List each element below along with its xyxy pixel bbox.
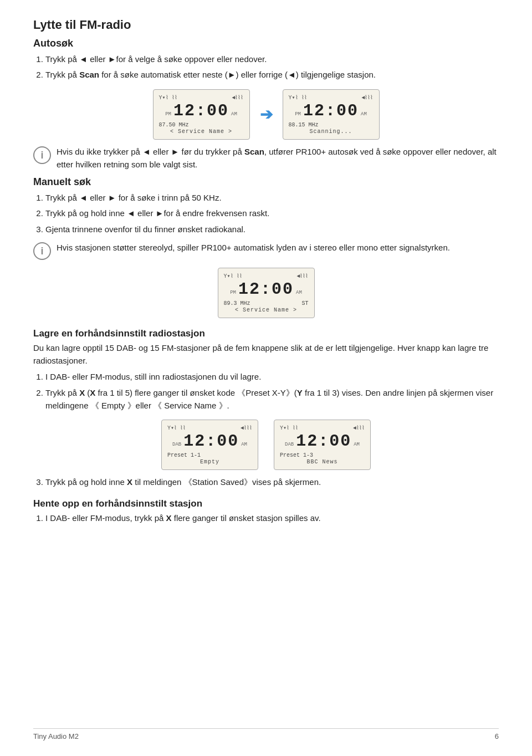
display4-line1-row: Preset 1-1	[167, 452, 252, 458]
autosok-step-2: Trykk på Scan for å søke automatisk ette…	[45, 68, 499, 81]
display5-mode: DAB	[285, 442, 294, 447]
manuelt-step-1: Trykk på ◄ eller ► for å søke i trinn på…	[45, 191, 499, 204]
lagre-step-2: Trykk på X (X fra 1 til 5) flere ganger …	[45, 386, 499, 412]
footer-brand: Tiny Audio M2	[33, 732, 79, 740]
display-row-1: Y▾⌇ ⌇⌇ ◄⌇⌇⌇ PM 12:00 AM 87.50 MHz < Serv…	[33, 89, 499, 140]
display4-top-left: Y▾⌇ ⌇⌇	[167, 425, 186, 431]
hente-heading: Hente opp en forhåndsinnstilt stasjon	[33, 498, 499, 509]
lagre-steps: I DAB- eller FM-modus, still inn radiost…	[45, 370, 499, 412]
radio-display-3: Y▾⌇ ⌇⌇ ◄⌇⌇⌇ PM 12:00 AM 89.3 MHz ST < Se…	[218, 268, 315, 318]
svg-text:i: i	[40, 246, 43, 257]
autosok-step-1: Trykk på ◄ eller ►for å velge å søke opp…	[45, 53, 499, 65]
page-footer: Tiny Audio M2 6	[33, 728, 499, 740]
autosok-section: Autosøk Trykk på ◄ eller ►for å velge å …	[33, 38, 499, 171]
display5-clock: 12:00	[296, 432, 351, 451]
lagre-steps-cont: Trykk på og hold inne X til meldingen 《S…	[45, 476, 499, 488]
display3-mode: PM	[230, 290, 236, 295]
radio-display-1: Y▾⌇ ⌇⌇ ◄⌇⌇⌇ PM 12:00 AM 87.50 MHz < Serv…	[153, 89, 250, 140]
display3-clock: 12:00	[238, 280, 294, 299]
hente-steps: I DAB- eller FM-modus, trykk på X flere …	[45, 512, 499, 524]
manuelt-sok-section: Manuelt søk Trykk på ◄ eller ► for å søk…	[33, 176, 499, 318]
display1-freq: 87.50 MHz	[159, 122, 189, 128]
hente-section: Hente opp en forhåndsinnstilt stasjon I …	[33, 498, 499, 524]
display2-top-left: Y▾⌇ ⌇⌇	[289, 94, 307, 101]
display3-top-right: ◄⌇⌇⌇	[296, 273, 308, 279]
display5-line1-row: Preset 1-3	[280, 452, 365, 458]
display1-freq-row: 87.50 MHz	[159, 122, 244, 128]
manuelt-sok-steps: Trykk på ◄ eller ► for å søke i trinn på…	[45, 191, 499, 236]
display2-top-right: ◄⌇⌇⌇	[361, 94, 373, 101]
display5-top-right: ◄⌇⌇⌇	[353, 425, 365, 431]
lagre-section: Lagre en forhåndsinnstilt radiostasjon D…	[33, 328, 499, 489]
page-content: Lytte til FM-radio Autosøk Trykk på ◄ el…	[33, 18, 499, 525]
lagre-step-1: I DAB- eller FM-modus, still inn radiost…	[45, 370, 499, 383]
display5-line2: BBC News	[280, 459, 365, 465]
radio-display-5: Y▾⌇ ⌇⌇ ◄⌇⌇⌇ DAB 12:00 AM Preset 1-3 BBC …	[274, 420, 371, 470]
display-row-3: Y▾⌇ ⌇⌇ ◄⌇⌇⌇ PM 12:00 AM 89.3 MHz ST < Se…	[33, 268, 499, 318]
display3-freq-row: 89.3 MHz ST	[224, 300, 309, 307]
radio-display-2: Y▾⌇ ⌇⌇ ◄⌇⌇⌇ PM 12:00 AM 88.15 MHz Scanni…	[283, 89, 380, 140]
info-icon-2: i	[33, 242, 51, 260]
display5-top-left: Y▾⌇ ⌇⌇	[280, 425, 298, 431]
manuelt-info-block: i Hvis stasjonen støtter stereolyd, spil…	[33, 241, 499, 260]
lagre-heading: Lagre en forhåndsinnstilt radiostasjon	[33, 328, 499, 339]
display2-freq: 88.15 MHz	[289, 122, 319, 128]
display4-mode: DAB	[172, 442, 181, 447]
display4-am: AM	[241, 442, 247, 447]
display1-top-left: Y▾⌇ ⌇⌇	[159, 94, 177, 101]
display5-line1: Preset 1-3	[280, 452, 313, 458]
display1-top-right: ◄⌇⌇⌇	[232, 94, 243, 101]
hente-step-1: I DAB- eller FM-modus, trykk på X flere …	[45, 512, 499, 524]
lagre-step-3: Trykk på og hold inne X til meldingen 《S…	[45, 476, 499, 488]
display2-mode: PM	[295, 111, 301, 117]
display2-freq-row: 88.15 MHz	[289, 122, 374, 128]
display3-nav: < Service Name >	[224, 307, 309, 313]
lagre-intro: Du kan lagre opptil 15 DAB- og 15 FM-sta…	[33, 341, 499, 367]
svg-text:i: i	[40, 150, 43, 161]
page-title: Lytte til FM-radio	[33, 18, 499, 32]
autosok-info-text: Hvis du ikke trykker på ◄ eller ► før du…	[57, 145, 499, 171]
autosok-steps: Trykk på ◄ eller ►for å velge å søke opp…	[45, 53, 499, 81]
manuelt-step-3: Gjenta trinnene ovenfor til du finner øn…	[45, 223, 499, 236]
display-row-presets: Y▾⌇ ⌇⌇ ◄⌇⌇⌇ DAB 12:00 AM Preset 1-1 Empt…	[33, 420, 499, 470]
display4-clock: 12:00	[183, 432, 239, 451]
display2-nav: Scanning...	[289, 129, 374, 135]
display3-freq: 89.3 MHz	[224, 300, 250, 307]
display1-nav: < Service Name >	[159, 129, 244, 135]
autosok-info-block: i Hvis du ikke trykker på ◄ eller ► før …	[33, 145, 499, 171]
radio-display-4: Y▾⌇ ⌇⌇ ◄⌇⌇⌇ DAB 12:00 AM Preset 1-1 Empt…	[161, 420, 258, 470]
display1-mode: PM	[165, 111, 171, 117]
display4-line1: Preset 1-1	[167, 452, 201, 458]
display4-line2: Empty	[167, 459, 252, 465]
footer-page-number: 6	[495, 732, 499, 740]
display1-clock: 12:00	[173, 102, 229, 120]
display5-am: AM	[354, 442, 360, 447]
display3-top-left: Y▾⌇ ⌇⌇	[224, 273, 242, 279]
arrow-right-icon: ➔	[260, 105, 273, 124]
display1-am: AM	[231, 111, 237, 117]
autosok-heading: Autosøk	[33, 38, 499, 49]
manuelt-sok-heading: Manuelt søk	[33, 176, 499, 188]
display2-am: AM	[361, 111, 367, 117]
info-icon-1: i	[33, 146, 51, 164]
display2-clock: 12:00	[303, 102, 359, 120]
manuelt-step-2: Trykk på og hold inne ◄ eller ►for å end…	[45, 207, 499, 219]
display4-top-right: ◄⌇⌇⌇	[241, 425, 252, 431]
display3-st: ST	[301, 300, 308, 307]
manuelt-info-text: Hvis stasjonen støtter stereolyd, spille…	[57, 241, 499, 254]
display3-am: AM	[296, 290, 302, 295]
